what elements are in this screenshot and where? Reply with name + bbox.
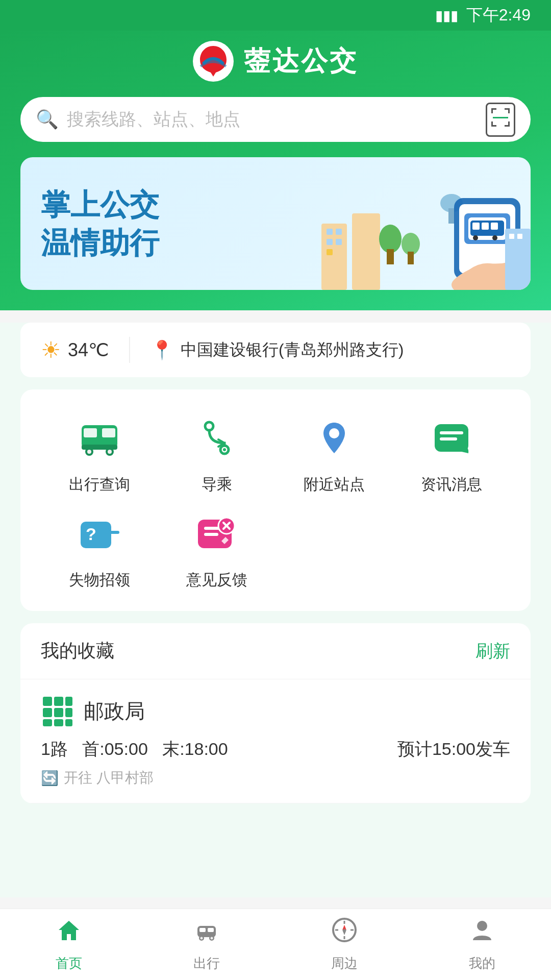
app-title: 蓥达公交 (244, 43, 358, 79)
service-item-travel-query[interactable]: 出行查询 (41, 410, 158, 495)
service-label-guide: 导乘 (202, 474, 232, 495)
nav-item-mine[interactable]: 我的 (413, 909, 551, 980)
svg-rect-4 (508, 108, 510, 113)
nav-item-home[interactable]: 首页 (0, 909, 138, 980)
location-name: 中国建设银行(青岛郑州路支行) (181, 339, 404, 361)
service-label-feedback: 意见反馈 (186, 570, 247, 591)
first-time: 首:05:00 (82, 739, 148, 758)
svg-rect-38 (102, 428, 115, 437)
favorite-direction-row: 🔄 开往 八甲村部 (41, 768, 510, 788)
header: 蓥达公交 🔍 搜索线路、站点、地点 掌上公交 温情助行 (0, 31, 551, 310)
sun-icon: ☀ (41, 337, 61, 363)
refresh-button[interactable]: 刷新 (475, 640, 510, 663)
last-time: 末:18:00 (162, 739, 228, 758)
svg-rect-67 (65, 697, 72, 706)
service-item-news[interactable]: 资讯消息 (393, 410, 510, 495)
favorite-item[interactable]: 邮政局 1路 首:05:00 末:18:00 预计15:00发车 🔄 开往 八甲… (20, 679, 531, 803)
svg-rect-14 (327, 239, 333, 245)
svg-point-46 (223, 448, 226, 451)
svg-rect-66 (54, 719, 63, 726)
svg-rect-20 (408, 252, 414, 264)
scan-icon[interactable] (486, 103, 515, 137)
search-bar[interactable]: 🔍 搜索线路、站点、地点 (20, 97, 531, 142)
banner-line2: 温情助行 (41, 224, 159, 262)
home-icon (56, 917, 82, 949)
svg-rect-16 (327, 249, 333, 255)
header-title-row: 蓥达公交 (20, 41, 531, 82)
nav-label-mine: 我的 (469, 954, 495, 972)
nav-item-nearby[interactable]: 周边 (276, 909, 413, 980)
service-grid: 出行查询 导乘 (41, 410, 510, 591)
svg-rect-28 (472, 223, 480, 230)
search-placeholder-text: 搜索线路、站点、地点 (67, 108, 486, 131)
svg-rect-9 (493, 117, 508, 118)
svg-rect-49 (440, 431, 463, 434)
svg-point-32 (492, 235, 497, 240)
bus-schedule-info: 1路 首:05:00 末:18:00 (41, 738, 228, 761)
favorite-bus-row: 1路 首:05:00 末:18:00 预计15:00发车 (41, 738, 510, 761)
svg-rect-13 (336, 229, 342, 235)
route-icon (189, 410, 245, 466)
service-label-travel-query: 出行查询 (69, 474, 130, 495)
service-label-nearby: 附近站点 (304, 474, 365, 495)
svg-rect-30 (491, 223, 498, 230)
svg-rect-8 (508, 121, 510, 127)
favorite-station-row: 邮政局 (41, 695, 510, 727)
direction-text: 开往 八甲村部 (64, 768, 154, 788)
station-name: 邮政局 (84, 697, 145, 725)
service-item-nearby[interactable]: 附近站点 (276, 410, 393, 495)
svg-rect-69 (65, 719, 72, 726)
favorites-title: 我的收藏 (41, 639, 114, 664)
banner-illustration (316, 178, 531, 290)
weather-info: ☀ 34℃ (41, 337, 130, 363)
svg-rect-63 (43, 708, 52, 717)
service-item-guide[interactable]: 导乘 (158, 410, 276, 495)
svg-rect-62 (54, 697, 63, 706)
banner-text: 掌上公交 温情助行 (41, 185, 159, 262)
svg-rect-34 (509, 234, 514, 239)
banner-line1: 掌上公交 (41, 185, 159, 224)
status-time: 下午2:49 (466, 4, 531, 27)
svg-rect-6 (491, 121, 493, 127)
svg-rect-18 (387, 249, 394, 264)
svg-rect-12 (327, 229, 333, 235)
svg-rect-57 (204, 533, 218, 536)
direction-icon: 🔄 (41, 770, 59, 787)
next-depart-time: 预计15:00发车 (397, 738, 510, 761)
svg-rect-37 (84, 428, 97, 437)
bus-number: 1路 (41, 739, 68, 758)
temperature: 34℃ (68, 339, 109, 361)
service-grid-card: 出行查询 导乘 (20, 389, 531, 611)
svg-point-31 (473, 235, 478, 240)
svg-point-43 (108, 450, 112, 454)
svg-point-76 (211, 937, 213, 940)
nav-item-travel[interactable]: 出行 (138, 909, 276, 980)
weather-strip: ☀ 34℃ 📍 中国建设银行(青岛郑州路支行) (20, 323, 531, 377)
nearby-icon (306, 410, 362, 466)
main-content: ☀ 34℃ 📍 中国建设银行(青岛郑州路支行) (0, 323, 551, 897)
service-item-lost-found[interactable]: ? 失物招领 (41, 505, 158, 591)
svg-rect-2 (491, 108, 493, 113)
favorites-header: 我的收藏 刷新 (20, 623, 531, 679)
svg-rect-61 (43, 697, 52, 706)
svg-rect-10 (321, 224, 347, 290)
station-grid-icon (41, 695, 73, 727)
svg-point-83 (477, 921, 487, 931)
bottom-spacer (20, 816, 531, 897)
bottom-nav: 首页 出行 (0, 909, 551, 980)
app-logo (193, 41, 234, 82)
lost-found-icon: ? (71, 505, 128, 561)
service-item-feedback[interactable]: 意见反馈 (158, 505, 276, 591)
svg-rect-11 (352, 213, 380, 290)
battery-icon: ▮▮▮ (435, 7, 458, 24)
svg-rect-53 (103, 531, 119, 534)
svg-rect-72 (208, 928, 214, 932)
location-pin-icon: 📍 (151, 339, 173, 361)
svg-rect-22 (448, 208, 455, 224)
svg-rect-29 (482, 223, 489, 230)
travel-icon (193, 917, 220, 949)
service-label-news: 资讯消息 (421, 474, 482, 495)
svg-rect-15 (336, 239, 342, 245)
svg-rect-64 (54, 708, 63, 717)
location-info: 📍 中国建设银行(青岛郑州路支行) (130, 339, 404, 361)
